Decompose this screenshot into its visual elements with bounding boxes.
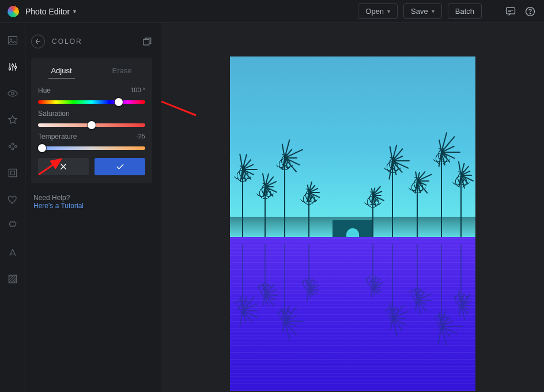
top-bar: Photo Editor ▾ Open ▾ Save ▾ Batch: [0, 0, 544, 23]
svg-point-6: [12, 65, 13, 66]
chevron-down-icon: ▾: [432, 8, 435, 14]
heart-tool-icon[interactable]: [6, 193, 20, 206]
open-button[interactable]: Open ▾: [358, 3, 398, 19]
save-button[interactable]: Save ▾: [403, 3, 442, 19]
svg-line-17: [161, 92, 196, 115]
svg-point-10: [12, 143, 13, 145]
texture-tool-icon[interactable]: [6, 272, 20, 286]
open-label: Open: [365, 7, 384, 16]
app-title-dropdown[interactable]: Photo Editor ▾: [25, 7, 76, 16]
cancel-button[interactable]: [38, 158, 89, 175]
hue-slider[interactable]: [38, 100, 145, 104]
text-tool-icon[interactable]: [6, 246, 20, 259]
compare-icon[interactable]: [142, 36, 152, 47]
svg-point-5: [9, 68, 10, 70]
tab-erase[interactable]: Erase: [92, 66, 152, 81]
adjust-card: Adjust Erase Hue 100 ° Saturation: [31, 58, 152, 183]
close-icon: [59, 162, 68, 171]
hue-label: Hue: [38, 86, 51, 95]
back-button[interactable]: [31, 35, 45, 48]
canvas[interactable]: [161, 23, 544, 392]
saturation-slider[interactable]: [38, 123, 145, 127]
saturation-label: Saturation: [38, 110, 70, 118]
nodes-tool-icon[interactable]: [6, 140, 20, 153]
image-tool-icon[interactable]: [6, 33, 20, 47]
temperature-thumb[interactable]: [38, 144, 46, 152]
help-question: Need Help?: [33, 194, 150, 202]
star-tool-icon[interactable]: [6, 113, 20, 127]
annotation-arrow: [161, 86, 202, 121]
svg-point-7: [14, 66, 16, 68]
visibility-tool-icon[interactable]: [6, 86, 20, 100]
check-icon: [115, 161, 125, 172]
save-label: Save: [411, 7, 428, 16]
svg-point-12: [14, 145, 16, 147]
saturation-slider-group: Saturation: [31, 104, 152, 127]
adjust-tool-icon[interactable]: [6, 60, 20, 74]
help-tutorial-link[interactable]: Here's a Tutorial: [33, 202, 84, 210]
temperature-value: -25: [136, 133, 145, 141]
svg-rect-3: [8, 36, 17, 44]
svg-point-4: [10, 39, 12, 40]
hue-thumb[interactable]: [115, 98, 123, 106]
color-panel: COLOR Adjust Erase Hue 100 °: [25, 23, 161, 392]
tab-adjust[interactable]: Adjust: [31, 66, 92, 81]
hue-slider-group: Hue 100 °: [31, 81, 152, 104]
svg-point-8: [11, 92, 13, 95]
svg-point-11: [12, 148, 13, 150]
app-logo: [7, 5, 20, 18]
gear-tool-icon[interactable]: [6, 219, 20, 233]
apply-button[interactable]: [95, 158, 145, 175]
svg-point-9: [9, 145, 10, 147]
chevron-down-icon: ▾: [387, 8, 390, 14]
chevron-down-icon: ▾: [73, 8, 76, 14]
panel-title: COLOR: [52, 37, 135, 46]
feedback-icon[interactable]: [504, 5, 517, 18]
batch-button[interactable]: Batch: [448, 3, 482, 19]
help-icon[interactable]: [523, 5, 537, 18]
svg-rect-14: [10, 171, 14, 175]
svg-rect-16: [143, 39, 149, 45]
temperature-label: Temperature: [38, 133, 77, 141]
temperature-slider-group: Temperature -25: [31, 127, 152, 150]
frame-tool-icon[interactable]: [6, 166, 20, 180]
hue-value: 100 °: [130, 86, 145, 95]
help-section: Need Help? Here's a Tutorial: [28, 183, 156, 220]
svg-rect-0: [507, 7, 515, 14]
tool-rail: [0, 23, 25, 392]
saturation-thumb[interactable]: [88, 121, 96, 129]
batch-label: Batch: [455, 7, 474, 16]
svg-rect-13: [9, 169, 16, 176]
app-title-label: Photo Editor: [25, 7, 70, 16]
photo-preview: [230, 56, 475, 391]
svg-point-2: [530, 13, 530, 14]
temperature-slider[interactable]: [38, 146, 145, 150]
